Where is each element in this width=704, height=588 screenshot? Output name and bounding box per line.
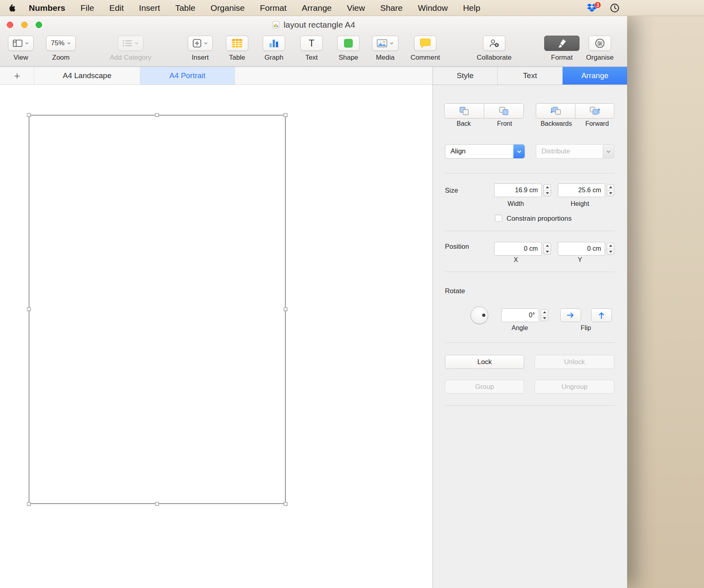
format-button[interactable] bbox=[544, 36, 579, 51]
menu-view[interactable]: View bbox=[339, 0, 372, 16]
view-panes-icon bbox=[13, 40, 22, 47]
menu-insert[interactable]: Insert bbox=[131, 0, 168, 16]
selection-handle-top-left[interactable] bbox=[27, 113, 31, 117]
height-label: Height bbox=[571, 200, 589, 207]
menu-window[interactable]: Window bbox=[410, 0, 455, 16]
insert-button[interactable] bbox=[188, 36, 213, 51]
divider bbox=[445, 272, 615, 272]
rotation-knob[interactable] bbox=[471, 306, 488, 324]
dropbox-badge: 3 bbox=[594, 2, 601, 8]
selection-handle-bottom-left[interactable] bbox=[27, 502, 31, 506]
apple-icon bbox=[9, 4, 16, 12]
width-stepper[interactable] bbox=[543, 184, 551, 196]
table-button[interactable] bbox=[226, 36, 248, 51]
organise-button[interactable] bbox=[589, 36, 611, 51]
toolbar-label-zoom: Zoom bbox=[52, 54, 69, 62]
menu-help[interactable]: Help bbox=[455, 0, 488, 16]
menu-format[interactable]: Format bbox=[252, 0, 294, 16]
selection-handle-top-center[interactable] bbox=[155, 113, 159, 117]
width-label: Width bbox=[508, 200, 524, 207]
clock-icon bbox=[609, 3, 620, 13]
dropbox-menu-item[interactable]: 3 bbox=[587, 4, 597, 12]
selection-handle-middle-left[interactable] bbox=[27, 308, 31, 311]
position-y-field[interactable]: 0 cm bbox=[558, 242, 605, 256]
position-y-stepper[interactable] bbox=[607, 243, 614, 255]
apple-menu[interactable] bbox=[0, 0, 21, 16]
divider bbox=[445, 231, 615, 231]
selection-handle-middle-right[interactable] bbox=[284, 308, 288, 311]
send-backwards-icon bbox=[551, 106, 561, 116]
back-button[interactable] bbox=[444, 103, 484, 119]
height-stepper[interactable] bbox=[607, 184, 614, 196]
bullet-list-icon bbox=[123, 40, 132, 47]
menu-organise[interactable]: Organise bbox=[203, 0, 252, 16]
rotation-knob-dot bbox=[482, 314, 485, 317]
title-bar: layout rectangle A4 bbox=[0, 16, 627, 34]
align-dropdown[interactable]: Align bbox=[445, 144, 525, 159]
flip-horizontal-button[interactable] bbox=[560, 308, 581, 322]
backwards-button[interactable] bbox=[536, 103, 575, 119]
group-button: Group bbox=[445, 380, 524, 394]
position-y-label: Y bbox=[578, 256, 582, 264]
collaborate-button[interactable] bbox=[483, 36, 505, 51]
selection-handle-top-right[interactable] bbox=[284, 113, 288, 117]
sheet-tab-a4-landscape[interactable]: A4 Landscape bbox=[34, 67, 140, 85]
lock-button[interactable]: Lock bbox=[445, 355, 524, 369]
comment-button[interactable] bbox=[414, 36, 436, 51]
selection-handle-bottom-center[interactable] bbox=[155, 502, 159, 506]
toolbar-label-add-category: Add Category bbox=[110, 54, 151, 62]
toolbar-label-table: Table bbox=[229, 54, 245, 62]
toolbar-label-format: Format bbox=[551, 54, 573, 62]
menu-file[interactable]: File bbox=[73, 0, 102, 16]
toolbar-label-organise: Organise bbox=[586, 54, 614, 62]
divider bbox=[445, 173, 615, 173]
front-button[interactable] bbox=[484, 103, 524, 119]
toolbar-item-add-category: Add Category bbox=[101, 36, 161, 62]
toolbar-label-shape: Shape bbox=[338, 54, 358, 62]
text-button[interactable]: T bbox=[300, 36, 323, 51]
distribute-label: Distribute bbox=[536, 147, 570, 155]
position-x-field[interactable]: 0 cm bbox=[494, 242, 542, 256]
view-button[interactable] bbox=[8, 36, 34, 51]
menu-edit[interactable]: Edit bbox=[102, 0, 131, 16]
width-field[interactable]: 16.9 cm bbox=[494, 183, 542, 197]
angle-stepper[interactable] bbox=[541, 309, 548, 321]
dropdown-cap bbox=[513, 145, 525, 158]
menu-share[interactable]: Share bbox=[372, 0, 410, 16]
menu-app-numbers[interactable]: Numbers bbox=[21, 0, 73, 16]
bring-forward-icon bbox=[589, 106, 600, 116]
selected-rectangle[interactable] bbox=[29, 115, 286, 504]
add-category-button bbox=[118, 36, 143, 51]
divider bbox=[445, 342, 615, 343]
table-grid-icon bbox=[232, 39, 242, 48]
bar-chart-icon bbox=[269, 38, 279, 48]
shape-button[interactable] bbox=[337, 36, 360, 51]
zoom-button[interactable]: 75% bbox=[46, 36, 76, 51]
tab-text[interactable]: Text bbox=[498, 67, 563, 85]
toolbar-item-zoom: 75% Zoom bbox=[37, 36, 85, 62]
forward-button[interactable] bbox=[575, 103, 614, 119]
arrow-up-icon bbox=[598, 311, 605, 319]
tab-style[interactable]: Style bbox=[433, 67, 498, 85]
constrain-proportions-label: Constrain proportions bbox=[507, 215, 572, 223]
constrain-proportions-checkbox[interactable] bbox=[495, 215, 502, 222]
toolbar-item-collaborate: Collaborate bbox=[468, 36, 520, 62]
sheet-tab-a4-portrait[interactable]: A4 Portrait bbox=[140, 67, 235, 85]
menu-arrange[interactable]: Arrange bbox=[294, 0, 340, 16]
graph-button[interactable] bbox=[263, 36, 285, 51]
flip-vertical-button[interactable] bbox=[591, 308, 612, 322]
angle-field[interactable]: 0° bbox=[501, 308, 539, 322]
recent-items-menu-item[interactable] bbox=[609, 3, 620, 13]
distribute-dropdown: Distribute bbox=[536, 144, 614, 159]
height-field[interactable]: 25.6 cm bbox=[558, 183, 605, 197]
chevron-down-icon bbox=[67, 42, 71, 44]
position-x-stepper[interactable] bbox=[543, 243, 551, 255]
tab-arrange[interactable]: Arrange bbox=[563, 67, 627, 85]
menu-table[interactable]: Table bbox=[168, 0, 203, 16]
green-square-icon bbox=[344, 38, 353, 48]
canvas[interactable] bbox=[0, 85, 432, 588]
window-title: layout rectangle A4 bbox=[284, 20, 355, 30]
add-sheet-button[interactable]: + bbox=[0, 67, 34, 85]
media-button[interactable] bbox=[372, 36, 398, 51]
selection-handle-bottom-right[interactable] bbox=[284, 502, 288, 506]
